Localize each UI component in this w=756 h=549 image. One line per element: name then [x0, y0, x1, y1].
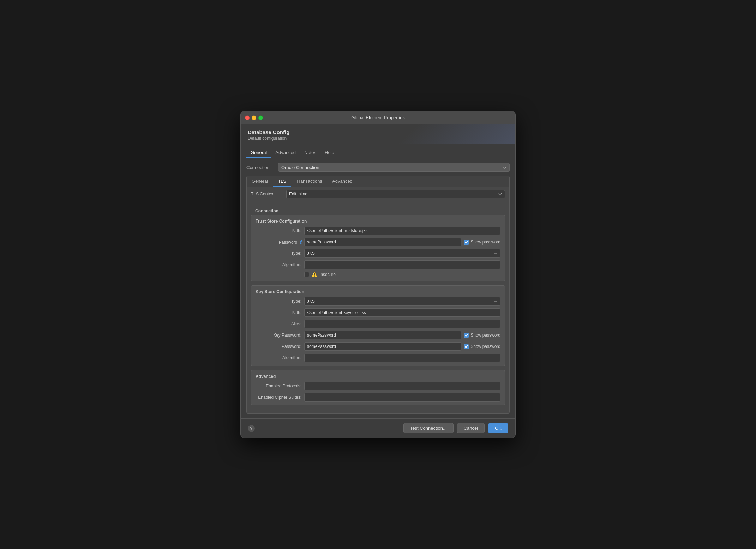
key-password-row: Key Password: Show password — [256, 331, 500, 339]
key-alias-input[interactable] — [304, 320, 500, 328]
tab-advanced[interactable]: Advanced — [271, 148, 300, 158]
maximize-button[interactable] — [258, 115, 263, 120]
key-store-password-label: Password: — [256, 344, 301, 349]
trust-algorithm-label: Algorithm: — [256, 262, 301, 267]
key-algorithm-input[interactable] — [304, 354, 500, 362]
window-title: Global Element Properties — [351, 115, 405, 120]
key-store-password-row: Password: Show password — [256, 342, 500, 351]
key-alias-label: Alias: — [256, 321, 301, 326]
title-bar: Global Element Properties — [241, 111, 515, 124]
trust-path-input[interactable] — [304, 227, 500, 235]
trust-password-input[interactable] — [304, 238, 461, 246]
trust-password-row: Password: ℹ Show password — [256, 238, 500, 246]
trust-type-row: Type: JKS PKCS12 JCEKS — [256, 249, 500, 258]
trust-insecure-row: ⚠️ Insecure — [256, 272, 500, 277]
connection-section-label: Connection — [251, 206, 505, 215]
advanced-title: Advanced — [256, 374, 500, 379]
key-store-show-password-wrap: Show password — [464, 344, 500, 349]
inner-tab-transactions[interactable]: Transactions — [291, 176, 327, 187]
inner-body: Connection Trust Store Configuration Pat… — [247, 201, 509, 413]
enabled-protocols-input[interactable] — [304, 382, 500, 390]
key-show-password-label: Show password — [470, 333, 500, 338]
trust-path-label: Path: — [256, 228, 301, 233]
footer-left: ? — [248, 425, 255, 432]
trust-algorithm-input[interactable] — [304, 260, 500, 269]
db-config-subtitle: Default configuration — [248, 136, 508, 141]
enabled-cipher-row: Enabled Cipher Suites: — [256, 393, 500, 402]
key-type-row: Type: JKS PKCS12 JCEKS — [256, 297, 500, 306]
connection-label: Connection — [246, 165, 275, 170]
trust-show-password-wrap: Show password — [464, 240, 500, 245]
outer-tabs-row: General Advanced Notes Help — [246, 148, 510, 158]
footer-right: Test Connection... Cancel OK — [403, 423, 508, 433]
insecure-checkbox[interactable] — [304, 272, 309, 277]
inner-tab-tls[interactable]: TLS — [273, 176, 291, 187]
key-store-password-input[interactable] — [304, 342, 461, 351]
trust-show-password-label: Show password — [470, 240, 500, 245]
trust-store-title: Trust Store Configuration — [256, 219, 500, 224]
trust-password-label: Password: ℹ — [256, 240, 301, 245]
insecure-label: Insecure — [319, 272, 336, 277]
tls-context-label: TLS Context — [251, 192, 283, 197]
traffic-lights — [245, 115, 263, 120]
advanced-section: Advanced Enabled Protocols: Enabled Ciph… — [251, 370, 505, 405]
tls-context-row: TLS Context Edit inline — [247, 187, 509, 201]
tab-notes[interactable]: Notes — [300, 148, 320, 158]
inner-panel: General TLS Transactions Advanced TLS Co… — [246, 176, 510, 414]
trust-show-password-checkbox[interactable] — [464, 240, 469, 245]
inner-tabs-row: General TLS Transactions Advanced — [247, 176, 509, 187]
enabled-cipher-input[interactable] — [304, 393, 500, 402]
key-algorithm-row: Algorithm: — [256, 354, 500, 362]
key-show-password-wrap: Show password — [464, 333, 500, 338]
close-button[interactable] — [245, 115, 250, 120]
test-connection-button[interactable]: Test Connection... — [403, 423, 454, 433]
enabled-protocols-row: Enabled Protocols: — [256, 382, 500, 390]
insecure-container: ⚠️ Insecure — [304, 272, 336, 277]
inner-tab-general[interactable]: General — [247, 176, 273, 187]
db-config-title: Database Config — [248, 129, 508, 135]
key-path-label: Path: — [256, 310, 301, 315]
trust-store-section: Trust Store Configuration Path: Password… — [251, 215, 505, 281]
key-show-password-checkbox[interactable] — [464, 333, 469, 338]
key-password-label: Key Password: — [256, 333, 301, 338]
key-type-label: Type: — [256, 299, 301, 304]
key-password-input[interactable] — [304, 331, 461, 339]
trust-path-row: Path: — [256, 227, 500, 235]
cancel-button[interactable]: Cancel — [457, 423, 485, 433]
minimize-button[interactable] — [252, 115, 256, 120]
help-button[interactable]: ? — [248, 425, 255, 432]
key-algorithm-label: Algorithm: — [256, 355, 301, 360]
tls-context-select[interactable]: Edit inline — [286, 190, 505, 198]
key-path-row: Path: — [256, 308, 500, 317]
key-store-show-password-label: Show password — [470, 344, 500, 349]
enabled-cipher-label: Enabled Cipher Suites: — [256, 395, 301, 400]
tab-general[interactable]: General — [246, 148, 271, 158]
ok-button[interactable]: OK — [488, 423, 508, 433]
connection-select[interactable]: Oracle Connection — [278, 163, 510, 172]
dialog-header: Database Config Default configuration — [241, 124, 515, 144]
trust-type-select[interactable]: JKS PKCS12 JCEKS — [304, 249, 500, 258]
warning-icon: ⚠️ — [311, 272, 317, 277]
inner-tab-advanced[interactable]: Advanced — [327, 176, 358, 187]
dialog-footer: ? Test Connection... Cancel OK — [241, 418, 515, 438]
dialog-window: Global Element Properties Database Confi… — [240, 111, 516, 438]
enabled-protocols-label: Enabled Protocols: — [256, 384, 301, 388]
dialog-body: Connection Oracle Connection General TLS… — [241, 158, 515, 418]
key-path-input[interactable] — [304, 308, 500, 317]
key-alias-row: Alias: — [256, 320, 500, 328]
trust-type-label: Type: — [256, 251, 301, 256]
tab-help[interactable]: Help — [320, 148, 338, 158]
outer-tabs-container: General Advanced Notes Help — [241, 144, 515, 158]
key-store-show-password-checkbox[interactable] — [464, 344, 469, 349]
key-store-title: Key Store Configuration — [256, 289, 500, 294]
info-icon: ℹ — [300, 240, 301, 245]
key-type-select[interactable]: JKS PKCS12 JCEKS — [304, 297, 500, 306]
connection-row: Connection Oracle Connection — [246, 163, 510, 172]
key-store-section: Key Store Configuration Type: JKS PKCS12… — [251, 285, 505, 366]
trust-algorithm-row: Algorithm: — [256, 260, 500, 269]
